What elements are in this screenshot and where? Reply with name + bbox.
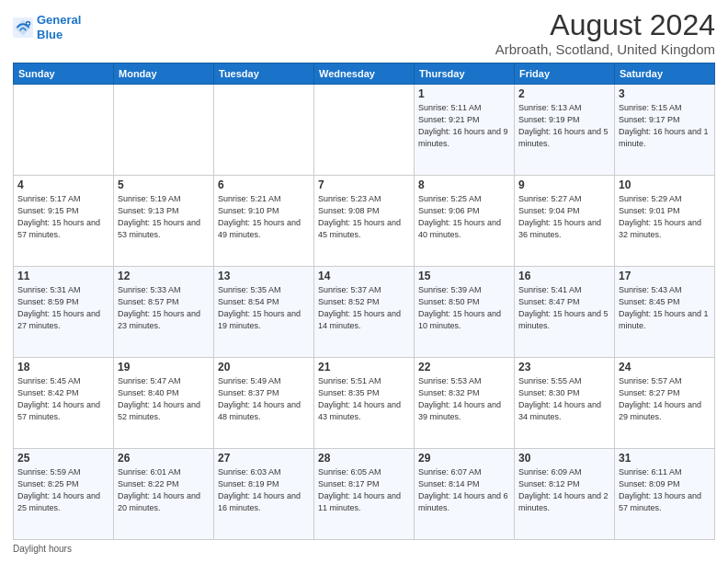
day-detail: Sunrise: 5:49 AM Sunset: 8:37 PM Dayligh…	[218, 375, 310, 423]
day-number: 6	[218, 178, 310, 191]
day-detail: Sunrise: 5:25 AM Sunset: 9:06 PM Dayligh…	[418, 193, 510, 241]
calendar-cell: 21Sunrise: 5:51 AM Sunset: 8:35 PM Dayli…	[314, 358, 415, 449]
logo: General Blue	[13, 13, 81, 41]
day-number: 3	[619, 87, 711, 100]
calendar-header: SundayMondayTuesdayWednesdayThursdayFrid…	[14, 63, 715, 85]
day-number: 5	[118, 178, 210, 191]
footer-note-text: Daylight hours	[13, 544, 72, 554]
day-detail: Sunrise: 6:01 AM Sunset: 8:22 PM Dayligh…	[118, 466, 210, 514]
logo-line2: Blue	[37, 28, 63, 41]
day-detail: Sunrise: 5:45 AM Sunset: 8:42 PM Dayligh…	[17, 375, 109, 423]
day-detail: Sunrise: 6:03 AM Sunset: 8:19 PM Dayligh…	[218, 466, 310, 514]
calendar-cell: 5Sunrise: 5:19 AM Sunset: 9:13 PM Daylig…	[114, 176, 214, 267]
calendar-cell: 20Sunrise: 5:49 AM Sunset: 8:37 PM Dayli…	[214, 358, 314, 449]
calendar-cell: 16Sunrise: 5:41 AM Sunset: 8:47 PM Dayli…	[515, 267, 615, 358]
day-detail: Sunrise: 5:23 AM Sunset: 9:08 PM Dayligh…	[318, 193, 410, 241]
calendar-cell	[314, 85, 415, 176]
day-detail: Sunrise: 5:35 AM Sunset: 8:54 PM Dayligh…	[218, 284, 310, 332]
day-detail: Sunrise: 5:57 AM Sunset: 8:27 PM Dayligh…	[619, 375, 711, 423]
calendar-cell: 3Sunrise: 5:15 AM Sunset: 9:17 PM Daylig…	[615, 85, 715, 176]
day-detail: Sunrise: 5:47 AM Sunset: 8:40 PM Dayligh…	[118, 375, 210, 423]
day-detail: Sunrise: 5:19 AM Sunset: 9:13 PM Dayligh…	[118, 193, 210, 241]
day-detail: Sunrise: 5:59 AM Sunset: 8:25 PM Dayligh…	[17, 466, 109, 514]
calendar-cell: 22Sunrise: 5:53 AM Sunset: 8:32 PM Dayli…	[415, 358, 515, 449]
logo-icon	[13, 17, 33, 38]
day-number: 31	[619, 452, 711, 465]
calendar-cell: 10Sunrise: 5:29 AM Sunset: 9:01 PM Dayli…	[615, 176, 715, 267]
calendar-cell: 18Sunrise: 5:45 AM Sunset: 8:42 PM Dayli…	[14, 358, 114, 449]
day-number: 10	[619, 178, 711, 191]
day-number: 21	[318, 361, 410, 373]
day-detail: Sunrise: 5:43 AM Sunset: 8:45 PM Dayligh…	[619, 284, 711, 332]
day-number: 11	[17, 270, 109, 282]
day-number: 12	[118, 270, 210, 282]
day-detail: Sunrise: 5:15 AM Sunset: 9:17 PM Dayligh…	[619, 102, 711, 150]
calendar-cell: 9Sunrise: 5:27 AM Sunset: 9:04 PM Daylig…	[515, 176, 615, 267]
day-detail: Sunrise: 6:05 AM Sunset: 8:17 PM Dayligh…	[318, 466, 410, 514]
day-number: 23	[518, 361, 610, 373]
day-detail: Sunrise: 5:33 AM Sunset: 8:57 PM Dayligh…	[118, 284, 210, 332]
calendar-cell: 27Sunrise: 6:03 AM Sunset: 8:19 PM Dayli…	[214, 449, 314, 540]
calendar-cell: 29Sunrise: 6:07 AM Sunset: 8:14 PM Dayli…	[415, 449, 515, 540]
calendar-body: 1Sunrise: 5:11 AM Sunset: 9:21 PM Daylig…	[14, 85, 715, 540]
calendar-cell: 8Sunrise: 5:25 AM Sunset: 9:06 PM Daylig…	[415, 176, 515, 267]
calendar-cell: 4Sunrise: 5:17 AM Sunset: 9:15 PM Daylig…	[14, 176, 114, 267]
header-row: SundayMondayTuesdayWednesdayThursdayFrid…	[14, 63, 715, 85]
day-detail: Sunrise: 5:29 AM Sunset: 9:01 PM Dayligh…	[619, 193, 711, 241]
day-detail: Sunrise: 5:51 AM Sunset: 8:35 PM Dayligh…	[318, 375, 410, 423]
day-detail: Sunrise: 5:21 AM Sunset: 9:10 PM Dayligh…	[218, 193, 310, 241]
day-detail: Sunrise: 6:11 AM Sunset: 8:09 PM Dayligh…	[619, 466, 711, 514]
calendar-week-1: 1Sunrise: 5:11 AM Sunset: 9:21 PM Daylig…	[14, 85, 715, 176]
header: General Blue August 2024 Arbroath, Scotl…	[13, 9, 715, 57]
calendar-cell	[214, 85, 314, 176]
calendar-cell	[14, 85, 114, 176]
day-number: 25	[17, 452, 109, 465]
day-detail: Sunrise: 6:07 AM Sunset: 8:14 PM Dayligh…	[418, 466, 510, 514]
calendar-cell: 25Sunrise: 5:59 AM Sunset: 8:25 PM Dayli…	[14, 449, 114, 540]
title-block: August 2024 Arbroath, Scotland, United K…	[495, 9, 715, 57]
calendar-cell: 23Sunrise: 5:55 AM Sunset: 8:30 PM Dayli…	[515, 358, 615, 449]
calendar-cell: 28Sunrise: 6:05 AM Sunset: 8:17 PM Dayli…	[314, 449, 415, 540]
day-number: 27	[218, 452, 310, 465]
calendar-cell: 19Sunrise: 5:47 AM Sunset: 8:40 PM Dayli…	[114, 358, 214, 449]
calendar-week-5: 25Sunrise: 5:59 AM Sunset: 8:25 PM Dayli…	[14, 449, 715, 540]
day-detail: Sunrise: 5:27 AM Sunset: 9:04 PM Dayligh…	[518, 193, 610, 241]
col-header-friday: Friday	[515, 63, 615, 85]
calendar-cell: 6Sunrise: 5:21 AM Sunset: 9:10 PM Daylig…	[214, 176, 314, 267]
day-number: 17	[619, 270, 711, 282]
calendar-cell: 24Sunrise: 5:57 AM Sunset: 8:27 PM Dayli…	[615, 358, 715, 449]
col-header-saturday: Saturday	[615, 63, 715, 85]
day-number: 2	[518, 87, 610, 100]
day-detail: Sunrise: 5:53 AM Sunset: 8:32 PM Dayligh…	[418, 375, 510, 423]
day-number: 24	[619, 361, 711, 373]
calendar-cell: 11Sunrise: 5:31 AM Sunset: 8:59 PM Dayli…	[14, 267, 114, 358]
day-number: 15	[418, 270, 510, 282]
day-number: 29	[418, 452, 510, 465]
day-detail: Sunrise: 5:11 AM Sunset: 9:21 PM Dayligh…	[418, 102, 510, 150]
calendar-cell: 15Sunrise: 5:39 AM Sunset: 8:50 PM Dayli…	[415, 267, 515, 358]
calendar-table: SundayMondayTuesdayWednesdayThursdayFrid…	[13, 63, 715, 540]
day-number: 4	[17, 178, 109, 191]
col-header-tuesday: Tuesday	[214, 63, 314, 85]
day-number: 13	[218, 270, 310, 282]
calendar-cell: 13Sunrise: 5:35 AM Sunset: 8:54 PM Dayli…	[214, 267, 314, 358]
day-number: 22	[418, 361, 510, 373]
day-detail: Sunrise: 6:09 AM Sunset: 8:12 PM Dayligh…	[518, 466, 610, 514]
day-detail: Sunrise: 5:13 AM Sunset: 9:19 PM Dayligh…	[518, 102, 610, 150]
calendar-cell: 31Sunrise: 6:11 AM Sunset: 8:09 PM Dayli…	[615, 449, 715, 540]
day-number: 19	[118, 361, 210, 373]
calendar-cell: 7Sunrise: 5:23 AM Sunset: 9:08 PM Daylig…	[314, 176, 415, 267]
day-detail: Sunrise: 5:37 AM Sunset: 8:52 PM Dayligh…	[318, 284, 410, 332]
col-header-thursday: Thursday	[415, 63, 515, 85]
subtitle: Arbroath, Scotland, United Kingdom	[495, 41, 715, 57]
day-detail: Sunrise: 5:41 AM Sunset: 8:47 PM Dayligh…	[518, 284, 610, 332]
day-number: 1	[418, 87, 510, 100]
footer-note: Daylight hours	[13, 544, 715, 554]
logo-line1: General	[37, 13, 81, 27]
day-detail: Sunrise: 5:17 AM Sunset: 9:15 PM Dayligh…	[17, 193, 109, 241]
day-number: 18	[17, 361, 109, 373]
day-number: 26	[118, 452, 210, 465]
day-number: 20	[218, 361, 310, 373]
day-detail: Sunrise: 5:31 AM Sunset: 8:59 PM Dayligh…	[17, 284, 109, 332]
calendar-week-4: 18Sunrise: 5:45 AM Sunset: 8:42 PM Dayli…	[14, 358, 715, 449]
